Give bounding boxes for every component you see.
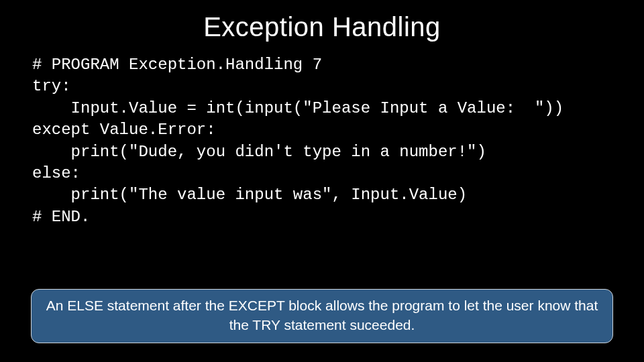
code-line-5: print("Dude, you didn't type in a number… — [32, 143, 486, 161]
code-line-2: try: — [32, 77, 71, 95]
code-block: # PROGRAM Exception.Handling 7 try: Inpu… — [0, 50, 644, 228]
code-line-3: Input.Value = int(input("Please Input a … — [32, 99, 564, 117]
code-line-8: # END. — [32, 208, 90, 226]
callout-box: An ELSE statement after the EXCEPT block… — [31, 289, 613, 343]
slide-title: Exception Handling — [0, 0, 644, 50]
callout-text: An ELSE statement after the EXCEPT block… — [46, 298, 598, 332]
code-line-6: else: — [32, 164, 80, 182]
code-line-1: # PROGRAM Exception.Handling 7 — [32, 56, 322, 74]
slide: Exception Handling # PROGRAM Exception.H… — [0, 0, 644, 362]
code-line-7: print("The value input was", Input.Value… — [32, 186, 467, 204]
code-line-4: except Value.Error: — [32, 121, 216, 139]
